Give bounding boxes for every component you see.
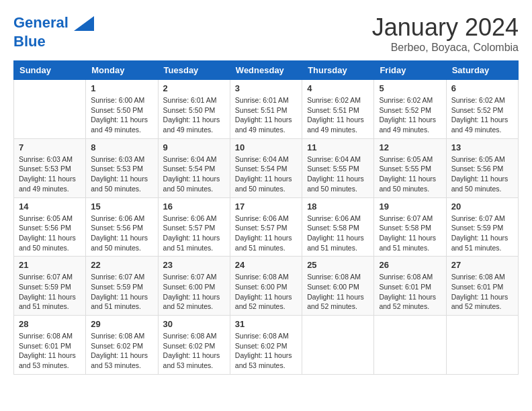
week-row-4: 21 Sunrise: 6:07 AM Sunset: 5:59 PM Dayl… [14,257,519,316]
day-info: Sunrise: 6:02 AM Sunset: 5:52 PM Dayligh… [451,95,513,135]
day-cell: 29 Sunrise: 6:08 AM Sunset: 6:02 PM Dayl… [86,316,158,375]
day-cell: 1 Sunrise: 6:00 AM Sunset: 5:50 PM Dayli… [86,80,158,139]
day-cell: 14 Sunrise: 6:05 AM Sunset: 5:56 PM Dayl… [14,197,86,257]
day-header-thursday: Thursday [302,61,374,80]
day-info: Sunrise: 6:02 AM Sunset: 5:52 PM Dayligh… [379,95,441,135]
day-info: Sunrise: 6:08 AM Sunset: 6:00 PM Dayligh… [307,272,369,312]
day-info: Sunrise: 6:07 AM Sunset: 5:59 PM Dayligh… [19,272,81,312]
week-row-2: 7 Sunrise: 6:03 AM Sunset: 5:53 PM Dayli… [14,138,519,197]
day-info: Sunrise: 6:08 AM Sunset: 6:00 PM Dayligh… [235,272,297,312]
day-cell: 17 Sunrise: 6:06 AM Sunset: 5:57 PM Dayl… [230,197,302,257]
day-header-wednesday: Wednesday [230,61,302,80]
day-number: 16 [163,201,225,212]
svg-marker-0 [74,16,94,31]
day-info: Sunrise: 6:01 AM Sunset: 5:51 PM Dayligh… [235,95,297,135]
day-cell: 12 Sunrise: 6:05 AM Sunset: 5:55 PM Dayl… [374,138,446,197]
day-number: 5 [379,83,441,93]
week-row-3: 14 Sunrise: 6:05 AM Sunset: 5:56 PM Dayl… [14,197,519,257]
day-cell: 13 Sunrise: 6:05 AM Sunset: 5:56 PM Dayl… [446,138,518,197]
day-number: 27 [451,260,513,270]
month-title: January 2024 [372,13,519,42]
day-number: 6 [451,83,513,93]
day-number: 26 [379,260,441,270]
day-cell: 20 Sunrise: 6:07 AM Sunset: 5:59 PM Dayl… [446,197,518,257]
calendar-header-row: SundayMondayTuesdayWednesdayThursdayFrid… [14,61,519,80]
day-cell [446,316,518,375]
day-cell: 7 Sunrise: 6:03 AM Sunset: 5:53 PM Dayli… [14,138,86,197]
day-info: Sunrise: 6:07 AM Sunset: 6:00 PM Dayligh… [163,272,225,312]
day-number: 14 [19,201,81,212]
day-number: 7 [19,142,81,152]
day-number: 1 [91,83,152,93]
day-number: 29 [91,319,152,329]
title-area: January 2024 Berbeo, Boyaca, Colombia [372,13,519,54]
day-info: Sunrise: 6:06 AM Sunset: 5:58 PM Dayligh… [307,214,369,253]
day-number: 21 [19,260,81,270]
day-cell: 3 Sunrise: 6:01 AM Sunset: 5:51 PM Dayli… [230,80,302,139]
day-cell [14,80,86,139]
day-info: Sunrise: 6:07 AM Sunset: 5:59 PM Dayligh… [91,272,152,312]
day-number: 13 [451,142,513,152]
day-cell [374,316,446,375]
day-header-friday: Friday [374,61,446,80]
logo-text: General [13,13,94,34]
day-info: Sunrise: 6:08 AM Sunset: 6:02 PM Dayligh… [91,331,152,371]
day-cell: 31 Sunrise: 6:08 AM Sunset: 6:02 PM Dayl… [230,316,302,375]
day-number: 24 [235,260,297,270]
day-info: Sunrise: 6:02 AM Sunset: 5:51 PM Dayligh… [307,95,369,135]
day-header-monday: Monday [86,61,158,80]
day-cell: 6 Sunrise: 6:02 AM Sunset: 5:52 PM Dayli… [446,80,518,139]
day-cell: 27 Sunrise: 6:08 AM Sunset: 6:01 PM Dayl… [446,257,518,316]
day-cell: 11 Sunrise: 6:04 AM Sunset: 5:55 PM Dayl… [302,138,374,197]
day-cell: 25 Sunrise: 6:08 AM Sunset: 6:00 PM Dayl… [302,257,374,316]
day-number: 15 [91,201,152,212]
day-number: 11 [307,142,369,152]
day-cell: 16 Sunrise: 6:06 AM Sunset: 5:57 PM Dayl… [158,197,230,257]
day-number: 8 [91,142,152,152]
day-cell: 24 Sunrise: 6:08 AM Sunset: 6:00 PM Dayl… [230,257,302,316]
day-info: Sunrise: 6:08 AM Sunset: 6:02 PM Dayligh… [235,331,297,371]
day-info: Sunrise: 6:01 AM Sunset: 5:50 PM Dayligh… [163,95,225,135]
day-number: 4 [307,83,369,93]
week-row-1: 1 Sunrise: 6:00 AM Sunset: 5:50 PM Dayli… [14,80,519,139]
week-row-5: 28 Sunrise: 6:08 AM Sunset: 6:01 PM Dayl… [14,316,519,375]
day-info: Sunrise: 6:08 AM Sunset: 6:01 PM Dayligh… [19,331,81,371]
day-cell: 18 Sunrise: 6:06 AM Sunset: 5:58 PM Dayl… [302,197,374,257]
day-cell: 5 Sunrise: 6:02 AM Sunset: 5:52 PM Dayli… [374,80,446,139]
day-cell: 9 Sunrise: 6:04 AM Sunset: 5:54 PM Dayli… [158,138,230,197]
day-cell: 19 Sunrise: 6:07 AM Sunset: 5:58 PM Dayl… [374,197,446,257]
day-info: Sunrise: 6:08 AM Sunset: 6:02 PM Dayligh… [163,331,225,371]
day-cell: 26 Sunrise: 6:08 AM Sunset: 6:01 PM Dayl… [374,257,446,316]
day-info: Sunrise: 6:04 AM Sunset: 5:55 PM Dayligh… [307,154,369,194]
day-info: Sunrise: 6:06 AM Sunset: 5:56 PM Dayligh… [91,214,152,253]
day-cell: 21 Sunrise: 6:07 AM Sunset: 5:59 PM Dayl… [14,257,86,316]
day-header-tuesday: Tuesday [158,61,230,80]
day-cell: 22 Sunrise: 6:07 AM Sunset: 5:59 PM Dayl… [86,257,158,316]
day-number: 23 [163,260,225,270]
day-info: Sunrise: 6:08 AM Sunset: 6:01 PM Dayligh… [379,272,441,312]
logo: General Blue [13,13,94,50]
day-cell: 2 Sunrise: 6:01 AM Sunset: 5:50 PM Dayli… [158,80,230,139]
day-info: Sunrise: 6:04 AM Sunset: 5:54 PM Dayligh… [235,154,297,194]
day-info: Sunrise: 6:07 AM Sunset: 5:58 PM Dayligh… [379,214,441,253]
day-number: 12 [379,142,441,152]
day-number: 10 [235,142,297,152]
calendar-table: SundayMondayTuesdayWednesdayThursdayFrid… [13,60,519,375]
day-cell [302,316,374,375]
day-number: 25 [307,260,369,270]
day-number: 17 [235,201,297,212]
day-info: Sunrise: 6:05 AM Sunset: 5:56 PM Dayligh… [451,154,513,194]
day-info: Sunrise: 6:03 AM Sunset: 5:53 PM Dayligh… [91,154,152,194]
day-number: 20 [451,201,513,212]
logo-general: General [13,14,69,31]
day-cell: 10 Sunrise: 6:04 AM Sunset: 5:54 PM Dayl… [230,138,302,197]
day-cell: 23 Sunrise: 6:07 AM Sunset: 6:00 PM Dayl… [158,257,230,316]
day-number: 22 [91,260,152,270]
page-header: General Blue January 2024 Berbeo, Boyaca… [13,13,519,54]
day-number: 2 [163,83,225,93]
day-info: Sunrise: 6:04 AM Sunset: 5:54 PM Dayligh… [163,154,225,194]
logo-blue: Blue [13,34,94,50]
day-number: 19 [379,201,441,212]
day-number: 30 [163,319,225,329]
day-cell: 8 Sunrise: 6:03 AM Sunset: 5:53 PM Dayli… [86,138,158,197]
